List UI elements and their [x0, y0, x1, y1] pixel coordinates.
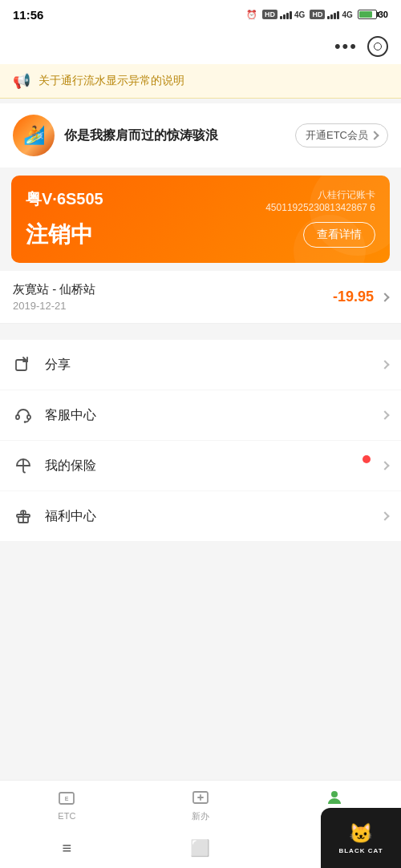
detail-button[interactable]: 查看详情: [303, 222, 375, 248]
newbiz-nav-icon: [190, 787, 211, 808]
user-info: 你是我擦肩而过的惊涛骇浪: [64, 127, 286, 144]
account-status: 注销中: [26, 220, 93, 250]
menu-section: 分享 客服中心 我的保险: [0, 340, 401, 541]
svg-point-3: [24, 421, 26, 422]
menu-item-service[interactable]: 客服中心: [0, 390, 401, 441]
gift-icon: [13, 506, 34, 527]
menu-chevron-share: [380, 360, 389, 369]
plate-number: 粤V·6S505: [26, 188, 103, 210]
network-type-1: 4G: [294, 10, 305, 19]
account-number: 4501192523081342867 6: [265, 202, 375, 213]
card-account: 八桂行记账卡 4501192523081342867 6: [265, 188, 375, 213]
transaction-chevron-icon: [380, 293, 389, 301]
menu-label-service: 客服中心: [45, 407, 382, 424]
menu-label-share: 分享: [45, 357, 382, 373]
transaction-date: 2019-12-21: [13, 300, 333, 312]
umbrella-icon: [13, 455, 34, 476]
transaction-right: -19.95: [333, 289, 388, 305]
red-dot-insurance: [363, 455, 371, 463]
etc-promo-button[interactable]: 开通ETC会员: [295, 123, 388, 148]
nav-label-etc: ETC: [58, 811, 75, 821]
alarm-icon: ⏰: [246, 10, 257, 20]
status-icons: ⏰ HD 4G HD 4G 30: [246, 10, 388, 20]
nav-label-newbiz: 新办: [192, 810, 209, 822]
signal-bars-2: [327, 10, 339, 19]
hd-badge: HD: [262, 10, 277, 19]
menu-item-welfare[interactable]: 福利中心: [0, 491, 401, 541]
chevron-right-icon: [370, 131, 379, 139]
svg-rect-1: [16, 415, 19, 419]
menu-label-welfare: 福利中心: [45, 508, 382, 525]
nav-item-etc[interactable]: E ETC: [0, 788, 134, 821]
more-button[interactable]: •••: [334, 38, 358, 55]
headset-icon: [13, 405, 34, 426]
battery: 30: [358, 10, 388, 19]
menu-label-insurance: 我的保险: [45, 458, 382, 474]
mine-nav-icon: [324, 787, 345, 808]
spacer-1: [0, 324, 401, 332]
user-card[interactable]: 🏄 你是我擦肩而过的惊涛骇浪 开通ETC会员: [0, 103, 401, 168]
svg-point-13: [331, 791, 338, 797]
account-label: 八桂行记账卡: [265, 188, 375, 202]
avatar: 🏄: [13, 115, 55, 156]
black-cat-text: BLACK CAT: [338, 847, 383, 854]
transaction-amount: -19.95: [333, 289, 374, 305]
transaction-route: 灰寛站 - 仙桥站: [13, 282, 333, 297]
svg-text:E: E: [65, 796, 69, 801]
network-type-2: 4G: [342, 10, 352, 19]
transaction-row[interactable]: 灰寛站 - 仙桥站 2019-12-21 -19.95: [0, 271, 401, 324]
menu-item-share[interactable]: 分享: [0, 340, 401, 390]
menu-chevron-service: [380, 410, 389, 419]
scan-button[interactable]: [367, 36, 388, 57]
card-top-row: 粤V·6S505 八桂行记账卡 4501192523081342867 6: [26, 188, 375, 213]
notice-banner[interactable]: 📢 关于通行流水显示异常的说明: [0, 64, 401, 99]
bottom-spacer: [0, 541, 401, 637]
notice-text: 关于通行流水显示异常的说明: [38, 74, 184, 88]
menu-item-insurance[interactable]: 我的保险: [0, 441, 401, 491]
battery-fill: [359, 11, 372, 18]
battery-body: [358, 10, 377, 19]
vehicle-card: 粤V·6S505 八桂行记账卡 4501192523081342867 6 注销…: [11, 176, 390, 263]
home-button[interactable]: ⬜: [192, 839, 209, 857]
top-nav: •••: [0, 29, 401, 64]
etc-nav-icon: E: [56, 788, 77, 809]
hd-badge-2: HD: [310, 10, 325, 19]
signal-bars-1: [280, 10, 292, 19]
card-bottom-row: 注销中 查看详情: [26, 220, 375, 250]
menu-chevron-welfare: [380, 511, 389, 520]
menu-button[interactable]: ≡: [58, 839, 75, 857]
nav-item-newbiz[interactable]: 新办: [134, 787, 268, 822]
share-icon: [13, 354, 34, 375]
battery-level: 30: [379, 10, 388, 19]
avatar-image: 🏄: [13, 115, 55, 156]
user-name: 你是我擦肩而过的惊涛骇浪: [64, 127, 286, 144]
black-cat-watermark: 🐱 BLACK CAT: [321, 808, 401, 868]
signal-block-2: HD 4G: [310, 10, 352, 19]
signal-block-1: HD 4G: [262, 10, 305, 19]
etc-promo-text: 开通ETC会员: [306, 129, 368, 143]
status-bar: 11:56 ⏰ HD 4G HD 4G: [0, 0, 401, 29]
transaction-info: 灰寛站 - 仙桥站 2019-12-21: [13, 282, 333, 312]
megaphone-icon: 📢: [13, 72, 30, 90]
scan-inner: [374, 42, 382, 50]
status-time: 11:56: [13, 8, 43, 22]
cat-emoji: 🐱: [349, 822, 373, 845]
menu-chevron-insurance: [380, 461, 389, 470]
